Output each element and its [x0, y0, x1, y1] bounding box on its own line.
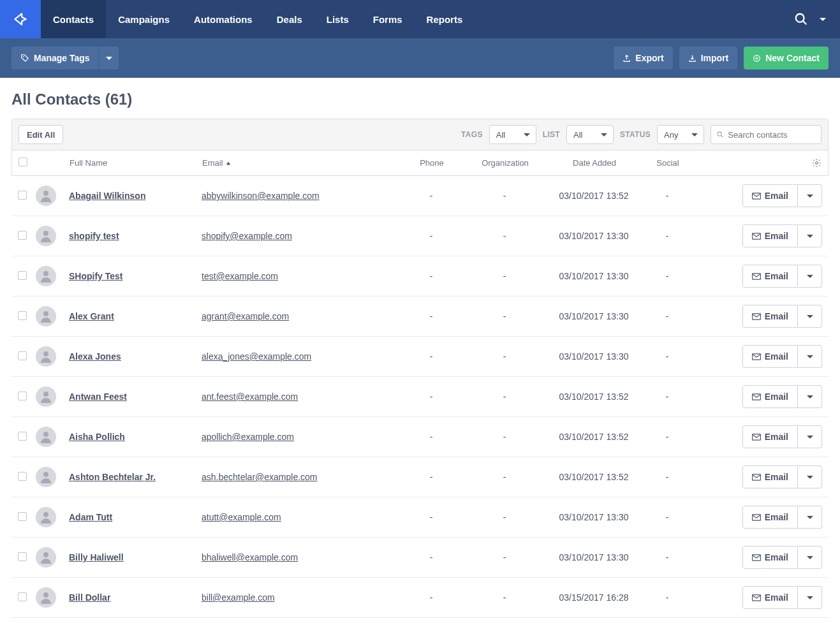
contact-name-link[interactable]: Bill Dollar: [69, 592, 110, 603]
date-value: 03/10/2017 13:30: [559, 271, 629, 281]
contact-email-link[interactable]: test@example.com: [202, 271, 278, 281]
phone-value: -: [430, 392, 433, 402]
row-checkbox[interactable]: [18, 432, 27, 441]
manage-tags-button[interactable]: Manage Tags: [11, 47, 99, 70]
col-organization[interactable]: Organization: [464, 158, 547, 168]
email-button[interactable]: Email: [742, 465, 798, 488]
nav-deals[interactable]: Deals: [265, 0, 314, 38]
row-actions-dropdown[interactable]: [798, 425, 822, 448]
col-date-added[interactable]: Date Added: [547, 158, 642, 168]
gear-icon[interactable]: [812, 158, 822, 168]
logo[interactable]: [0, 0, 41, 38]
svg-point-17: [43, 392, 48, 397]
nav-contacts[interactable]: Contacts: [41, 0, 106, 38]
tags-filter-select[interactable]: All: [489, 125, 536, 144]
person-icon: [38, 188, 54, 203]
import-button[interactable]: Import: [679, 47, 738, 70]
contact-name-link[interactable]: Aisha Pollich: [69, 432, 125, 442]
contact-name-link[interactable]: shopify test: [69, 231, 119, 241]
email-button[interactable]: Email: [742, 586, 798, 609]
account-menu-caret-icon[interactable]: [820, 18, 826, 21]
new-contact-button[interactable]: New Contact: [744, 47, 829, 70]
contact-name-link[interactable]: Ashton Bechtelar Jr.: [69, 472, 156, 482]
export-label: Export: [635, 53, 663, 63]
col-phone[interactable]: Phone: [400, 158, 464, 168]
contact-name-link[interactable]: SHopify Test: [69, 271, 123, 281]
contact-email-link[interactable]: agrant@example.com: [202, 311, 289, 321]
row-checkbox[interactable]: [18, 392, 27, 400]
contact-email-link[interactable]: bhaliwell@example.com: [202, 552, 298, 562]
nav-forms[interactable]: Forms: [361, 0, 415, 38]
subnav-right: Export Import New Contact: [614, 47, 829, 70]
row-actions-dropdown[interactable]: [798, 586, 822, 609]
email-button[interactable]: Email: [742, 385, 798, 408]
contact-email-link[interactable]: ash.bechtelar@example.com: [202, 472, 318, 482]
row-checkbox[interactable]: [18, 191, 27, 200]
contact-email-link[interactable]: atutt@example.com: [202, 512, 281, 522]
email-button[interactable]: Email: [742, 305, 798, 328]
row-checkbox[interactable]: [18, 512, 27, 521]
col-full-name[interactable]: Full Name: [70, 158, 202, 168]
row-checkbox[interactable]: [18, 592, 27, 601]
export-button[interactable]: Export: [614, 47, 672, 70]
row-actions-dropdown[interactable]: [798, 265, 822, 288]
envelope-icon: [752, 273, 761, 280]
row-checkbox[interactable]: [18, 351, 27, 360]
row-actions: Email: [742, 305, 822, 328]
email-button[interactable]: Email: [742, 425, 798, 448]
list-filter-select[interactable]: All: [566, 125, 614, 144]
contact-email-link[interactable]: apollich@example.com: [202, 432, 294, 442]
status-filter-select[interactable]: Any: [657, 125, 704, 144]
contact-email-link[interactable]: shopify@example.com: [202, 231, 292, 241]
nav-automations[interactable]: Automations: [182, 0, 265, 38]
contact-name-link[interactable]: Adam Tutt: [69, 512, 112, 522]
contact-name-link[interactable]: Alex Grant: [69, 311, 114, 321]
nav-reports[interactable]: Reports: [415, 0, 475, 38]
row-checkbox[interactable]: [18, 552, 27, 561]
row-actions-dropdown[interactable]: [798, 224, 822, 247]
email-button[interactable]: Email: [742, 345, 798, 368]
contact-email-link[interactable]: bill@example.com: [202, 592, 275, 603]
row-actions-dropdown[interactable]: [798, 345, 822, 368]
email-button[interactable]: Email: [742, 506, 798, 529]
date-value: 03/10/2017 13:30: [559, 351, 629, 362]
avatar: [36, 226, 56, 246]
email-button[interactable]: Email: [742, 265, 798, 288]
search-contacts-input[interactable]: [728, 130, 816, 140]
email-button[interactable]: Email: [742, 224, 798, 247]
contact-email-link[interactable]: alexa_jones@example.com: [202, 351, 311, 362]
row-actions-dropdown[interactable]: [798, 506, 822, 529]
row-actions-dropdown[interactable]: [798, 465, 822, 488]
row-checkbox[interactable]: [18, 231, 27, 240]
row-checkbox[interactable]: [18, 472, 27, 481]
email-button[interactable]: Email: [742, 184, 798, 207]
contact-name-link[interactable]: Antwan Feest: [69, 392, 127, 402]
search-icon[interactable]: [794, 12, 808, 26]
row-actions-dropdown[interactable]: [798, 385, 822, 408]
row-checkbox[interactable]: [18, 271, 27, 280]
top-nav: Contacts Campaigns Automations Deals Lis…: [0, 0, 840, 38]
contact-email-link[interactable]: abbywilkinson@example.com: [202, 191, 320, 201]
search-contacts-box[interactable]: [711, 125, 822, 144]
col-email[interactable]: Email: [202, 158, 400, 168]
row-actions-dropdown[interactable]: [798, 305, 822, 328]
select-all-checkbox[interactable]: [18, 158, 27, 166]
date-value: 03/15/2017 16:28: [559, 592, 629, 603]
table-row: SHopify Test test@example.com - - 03/10/…: [11, 256, 829, 297]
contact-name-link[interactable]: Billy Haliwell: [69, 552, 124, 562]
envelope-icon: [752, 353, 761, 360]
row-actions-dropdown[interactable]: [798, 546, 822, 569]
contact-name-link[interactable]: Abagail Wilkinson: [69, 191, 145, 201]
social-value: -: [666, 552, 669, 562]
svg-point-21: [43, 472, 48, 477]
nav-lists[interactable]: Lists: [314, 0, 361, 38]
nav-campaigns[interactable]: Campaigns: [106, 0, 182, 38]
contact-email-link[interactable]: ant.feest@example.com: [202, 392, 298, 402]
row-actions-dropdown[interactable]: [798, 184, 822, 207]
row-checkbox[interactable]: [18, 311, 27, 320]
manage-tags-dropdown[interactable]: [99, 47, 119, 70]
edit-all-button[interactable]: Edit All: [18, 125, 63, 144]
email-button[interactable]: Email: [742, 546, 798, 569]
contact-name-link[interactable]: Alexa Jones: [69, 351, 121, 362]
col-social[interactable]: Social: [642, 158, 693, 168]
